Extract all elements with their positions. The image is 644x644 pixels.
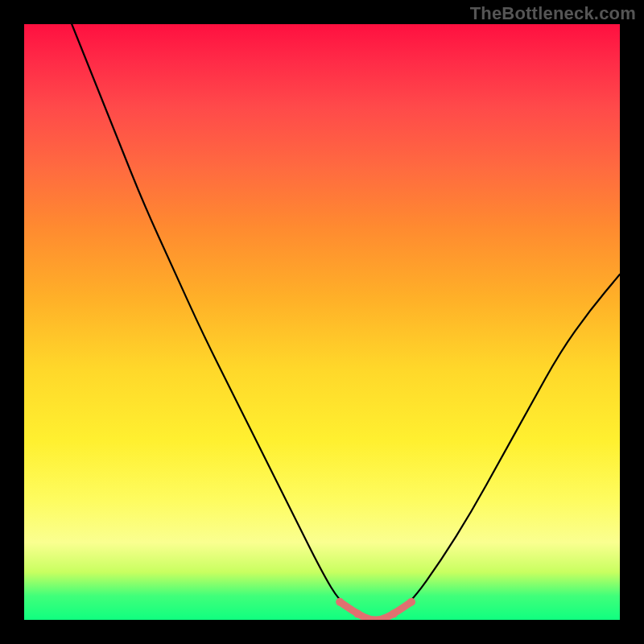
highlight-dot — [390, 610, 398, 618]
highlight-dot — [407, 598, 415, 606]
highlight-dot — [336, 598, 344, 606]
watermark-text: TheBottleneck.com — [470, 3, 636, 24]
optimal-highlight-path — [340, 602, 411, 620]
highlight-dot — [353, 610, 361, 618]
plot-area — [24, 24, 620, 620]
chart-frame: TheBottleneck.com — [0, 0, 644, 644]
bottleneck-curve-path — [72, 24, 620, 620]
curve-svg — [24, 24, 620, 620]
